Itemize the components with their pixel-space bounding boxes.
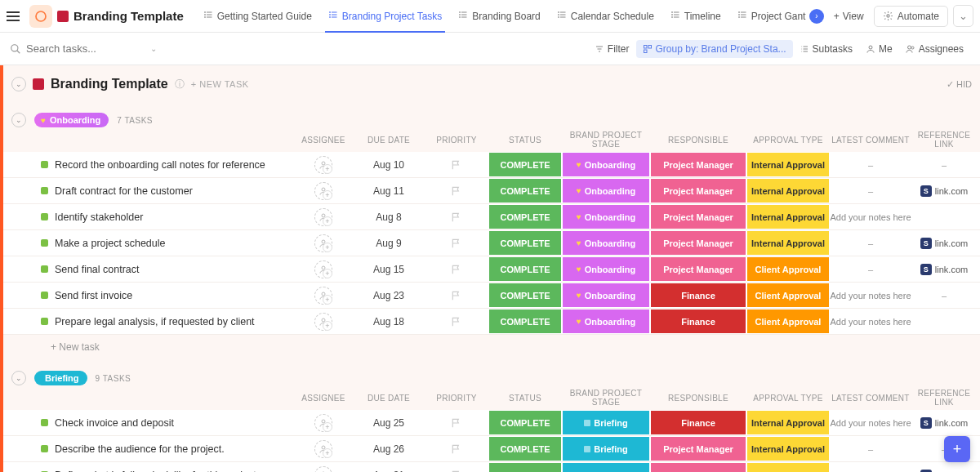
col-comment[interactable]: LATEST COMMENT xyxy=(830,394,911,403)
responsible-badge[interactable]: Project Manager xyxy=(650,462,746,472)
col-approval[interactable]: APPROVAL TYPE xyxy=(746,136,830,145)
col-stage[interactable]: BRAND PROJECT STAGE xyxy=(562,389,650,407)
stage-badge[interactable]: Briefing xyxy=(562,410,650,435)
tab-calendar-schedule[interactable]: Calendar Schedule xyxy=(549,0,662,33)
task-row[interactable]: Record the onboarding call notes for ref… xyxy=(3,152,980,178)
task-status-square[interactable] xyxy=(41,292,48,299)
assignee-add[interactable] xyxy=(314,182,332,200)
flag-icon[interactable] xyxy=(451,316,462,327)
task-status-square[interactable] xyxy=(41,161,48,168)
col-stage[interactable]: BRAND PROJECT STAGE xyxy=(562,131,650,149)
col-approval[interactable]: APPROVAL TYPE xyxy=(746,394,830,403)
assignee-add[interactable] xyxy=(314,466,332,473)
col-responsible[interactable]: RESPONSIBLE xyxy=(650,136,746,145)
status-badge[interactable]: COMPLETE xyxy=(488,178,562,203)
col-priority[interactable]: PRIORITY xyxy=(425,394,488,403)
status-badge[interactable]: COMPLETE xyxy=(488,462,562,472)
flag-icon[interactable] xyxy=(451,443,462,455)
flag-icon[interactable] xyxy=(451,238,462,249)
link-text[interactable]: link.com xyxy=(935,418,968,428)
status-badge[interactable]: COMPLETE xyxy=(488,204,562,229)
col-comment[interactable]: LATEST COMMENT xyxy=(830,136,911,145)
tabs-scroll-right[interactable]: › xyxy=(809,9,824,24)
stage-badge[interactable]: ♥Onboarding xyxy=(562,230,650,256)
tab-getting-started-guide[interactable]: Getting Started Guide xyxy=(195,0,320,33)
assignee-add[interactable] xyxy=(314,208,332,226)
chevron-down-icon[interactable]: ⌄ xyxy=(150,44,157,53)
task-name[interactable]: Record the onboarding call notes for ref… xyxy=(55,159,265,171)
info-icon[interactable]: ⓘ xyxy=(175,78,185,91)
task-name[interactable]: Send first invoice xyxy=(55,290,132,301)
me-button[interactable]: Me xyxy=(859,40,899,58)
responsible-badge[interactable]: Project Manager xyxy=(650,152,746,177)
automate-button[interactable]: Automate xyxy=(874,6,948,27)
task-row[interactable]: Describe the audience for the project. A… xyxy=(3,436,980,462)
new-task-button[interactable]: + NEW TASK xyxy=(191,79,249,89)
assignee-add[interactable] xyxy=(314,156,332,174)
due-date[interactable]: Aug 18 xyxy=(353,316,425,327)
task-row[interactable]: Make a project schedule Aug 9 COMPLETE ♥… xyxy=(3,230,980,256)
assignee-add[interactable] xyxy=(314,313,332,331)
assignee-add[interactable] xyxy=(314,260,332,278)
tab-branding-board[interactable]: Branding Board xyxy=(450,0,548,33)
stage-badge[interactable]: ♥Onboarding xyxy=(562,283,650,308)
flag-icon[interactable] xyxy=(451,290,462,301)
task-name[interactable]: Identify stakeholder xyxy=(55,212,143,223)
flag-icon[interactable] xyxy=(451,185,462,197)
col-due[interactable]: DUE DATE xyxy=(353,136,425,145)
task-row[interactable]: Send first invoice Aug 23 COMPLETE ♥Onbo… xyxy=(3,283,980,309)
task-row[interactable]: Draft contract for the customer Aug 11 C… xyxy=(3,178,980,204)
col-assignee[interactable]: ASSIGNEE xyxy=(294,136,353,145)
approval-badge[interactable]: Client Approval xyxy=(746,309,830,334)
due-date[interactable]: Aug 25 xyxy=(353,417,425,429)
stage-badge[interactable]: ♥Onboarding xyxy=(562,178,650,203)
status-badge[interactable]: COMPLETE xyxy=(488,152,562,177)
status-badge[interactable]: COMPLETE xyxy=(488,256,562,282)
status-badge[interactable]: COMPLETE xyxy=(488,283,562,308)
group-pill[interactable]: Briefing xyxy=(34,371,87,385)
subtasks-button[interactable]: Subtasks xyxy=(793,40,859,58)
responsible-badge[interactable]: Project Manager xyxy=(650,436,746,461)
approval-badge[interactable]: Internal Approval xyxy=(746,152,830,177)
responsible-badge[interactable]: Project Manager xyxy=(650,230,746,256)
tab-project-gantt[interactable]: Project Gantt xyxy=(729,0,806,33)
task-name[interactable]: Send final contract xyxy=(55,264,140,275)
due-date[interactable]: Aug 10 xyxy=(353,159,425,171)
responsible-badge[interactable]: Finance xyxy=(650,283,746,308)
task-status-square[interactable] xyxy=(41,419,48,426)
collapse-group-button[interactable]: ⌄ xyxy=(11,371,26,385)
task-name[interactable]: Make a project schedule xyxy=(55,238,166,249)
flag-icon[interactable] xyxy=(451,212,462,223)
hide-button[interactable]: ✓ HID xyxy=(947,79,972,90)
approval-badge[interactable]: Client Approval xyxy=(746,256,830,282)
approval-badge[interactable]: Internal Approval xyxy=(746,230,830,256)
assignees-button[interactable]: Assignees xyxy=(899,40,970,58)
due-date[interactable]: Aug 8 xyxy=(353,212,425,223)
task-name[interactable]: Describe the audience for the project. xyxy=(55,443,225,455)
col-assignee[interactable]: ASSIGNEE xyxy=(294,394,353,403)
assignee-add[interactable] xyxy=(314,440,332,458)
flag-icon[interactable] xyxy=(451,417,462,429)
col-link[interactable]: REFERENCE LINK xyxy=(911,131,977,149)
task-row[interactable]: Check invoice and deposit Aug 25 COMPLET… xyxy=(3,410,980,436)
task-row[interactable]: Define what is failure look like for thi… xyxy=(3,462,980,472)
col-link[interactable]: REFERENCE LINK xyxy=(911,389,977,407)
assignee-add[interactable] xyxy=(314,414,332,432)
col-priority[interactable]: PRIORITY xyxy=(425,136,488,145)
task-name[interactable]: Draft contract for the customer xyxy=(55,185,193,197)
task-name[interactable]: Define what is failure look like for thi… xyxy=(55,470,256,473)
app-logo[interactable] xyxy=(29,5,52,28)
task-row[interactable]: Identify stakeholder Aug 8 COMPLETE ♥Onb… xyxy=(3,204,980,230)
responsible-badge[interactable]: Finance xyxy=(650,309,746,334)
assignee-add[interactable] xyxy=(314,234,332,252)
flag-icon[interactable] xyxy=(451,159,462,171)
task-status-square[interactable] xyxy=(41,213,48,220)
link-text[interactable]: link.com xyxy=(935,186,968,196)
comment-placeholder[interactable]: Add your notes here xyxy=(830,291,911,301)
col-status[interactable]: STATUS xyxy=(488,136,562,145)
task-row[interactable]: Send final contract Aug 15 COMPLETE ♥Onb… xyxy=(3,256,980,283)
col-due[interactable]: DUE DATE xyxy=(353,394,425,403)
due-date[interactable]: Aug 26 xyxy=(353,443,425,455)
comment-placeholder[interactable]: Add your notes here xyxy=(830,418,911,428)
approval-badge[interactable]: Internal Approval xyxy=(746,410,830,435)
